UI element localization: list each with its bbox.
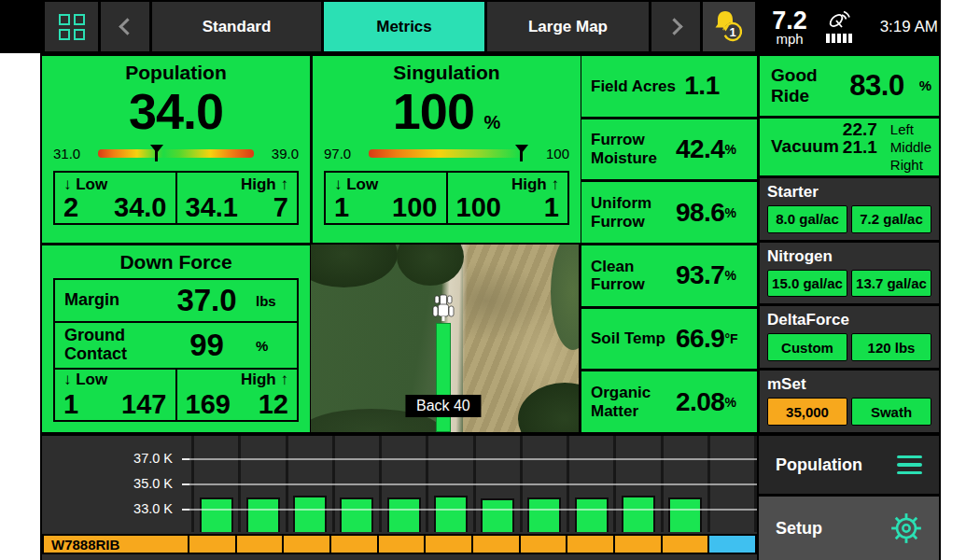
vacuum-right-label: Right xyxy=(890,156,931,174)
tab-large-map[interactable]: Large Map xyxy=(487,2,649,51)
starter-target-button[interactable]: 8.0 gal/ac xyxy=(767,205,847,233)
tab-metrics[interactable]: Metrics xyxy=(324,2,484,51)
down-force-panel[interactable]: Down Force Margin 37.0 lbs Ground Contac… xyxy=(42,245,310,432)
row-variety-cell[interactable] xyxy=(521,536,567,553)
singulation-value: 100 xyxy=(393,83,474,139)
metric-label: Organic Matter xyxy=(591,384,676,420)
vacuum-right-value xyxy=(841,156,877,174)
population-low-high-box: ↓ Low 2 34.0 High ↑ 34.1 7 xyxy=(53,171,299,225)
gps-signal-bars xyxy=(826,34,852,43)
good-ride-value: 83.0 xyxy=(849,69,903,103)
down-force-low-cell: ↓ Low 1 147 xyxy=(55,368,175,420)
population-bar xyxy=(340,497,373,532)
population-low-row: 2 xyxy=(63,195,78,220)
metric-value: 98.6 xyxy=(676,198,725,228)
vacuum-middle-label: Middle xyxy=(890,138,931,156)
population-title: Population xyxy=(53,62,299,84)
field-map[interactable]: Back 40 xyxy=(311,245,579,432)
gridline-33k xyxy=(182,509,757,511)
metric-soil-temp[interactable]: Soil Temp 66.9 °F xyxy=(581,309,757,370)
high-label: High xyxy=(241,371,276,388)
deltaforce-title: DeltaForce xyxy=(767,311,931,329)
singulation-scale-min: 97.0 xyxy=(324,146,361,161)
metric-value: 1.1 xyxy=(680,71,723,101)
population-gradient-bar xyxy=(98,149,254,158)
row-variety-cell[interactable] xyxy=(331,536,377,553)
singulation-low-value: 100 xyxy=(392,195,437,220)
metric-unit: °F xyxy=(724,331,748,346)
chart-metric-label: Population xyxy=(776,455,862,475)
nitrogen-panel: Nitrogen 15.0 gal/ac 13.7 gal/ac xyxy=(760,243,939,304)
metric-label: Uniform Furrow xyxy=(591,194,676,231)
population-bar xyxy=(622,496,655,532)
margin-label: Margin xyxy=(64,291,158,310)
metric-unit: % xyxy=(724,205,748,220)
starter-actual-button[interactable]: 7.2 gal/ac xyxy=(851,205,931,233)
metric-unit: % xyxy=(724,142,748,157)
gps-icon xyxy=(827,10,851,31)
row-variety-cell[interactable] xyxy=(426,536,471,553)
variety-strip: W7888RIB xyxy=(42,534,757,554)
tab-standard[interactable]: Standard xyxy=(152,2,321,51)
metric-furrow-moisture[interactable]: Furrow Moisture 42.4 % xyxy=(581,119,757,180)
metric-clean-furrow[interactable]: Clean Furrow 93.7 % xyxy=(581,245,757,306)
next-page-button[interactable] xyxy=(651,2,700,51)
high-label: High xyxy=(511,175,547,193)
row-variety-cell[interactable] xyxy=(189,536,235,553)
back-chevron-icon xyxy=(119,18,135,35)
metric-label: Clean Furrow xyxy=(591,258,676,294)
alerts-button[interactable]: 1 xyxy=(703,2,755,51)
deltaforce-mode-button[interactable]: Custom xyxy=(767,333,847,361)
low-label: Low xyxy=(346,175,378,193)
mset-rate-button[interactable]: 35,000 xyxy=(767,398,847,426)
vacuum-left-value: 22.7 xyxy=(841,120,877,138)
low-label: Low xyxy=(76,371,107,388)
apps-grid-button[interactable] xyxy=(45,2,98,51)
population-bar xyxy=(527,497,561,532)
gps-status xyxy=(819,0,859,53)
singulation-low-row: 1 xyxy=(334,195,349,220)
deltaforce-weight-button[interactable]: 120 lbs xyxy=(851,333,931,361)
row-variety-cell[interactable] xyxy=(567,536,613,553)
metric-field-acres[interactable]: Field Acres 1.1 xyxy=(581,56,757,117)
margin-value: 37.0 xyxy=(158,283,256,318)
row-variety-cell[interactable] xyxy=(663,536,708,553)
chart-metric-select-button[interactable]: Population xyxy=(759,436,939,494)
variety-strip-cells xyxy=(189,536,755,553)
row-variety-cell[interactable] xyxy=(284,536,329,553)
mset-swath-button[interactable]: Swath xyxy=(851,398,931,426)
high-arrow: ↑ xyxy=(552,175,560,193)
map-trees xyxy=(311,245,398,287)
metric-value: 2.08 xyxy=(676,387,725,417)
right-column: Good Ride 83.0 % Vacuum 22.7 21.1 Left M… xyxy=(760,56,939,432)
singulation-high-value: 100 xyxy=(456,195,501,220)
population-panel[interactable]: Population 34.0 31.0 39.0 ↓ Low 2 34.0 xyxy=(42,56,310,243)
metric-uniform-furrow[interactable]: Uniform Furrow 98.6 % xyxy=(581,182,757,243)
population-marker-icon xyxy=(150,145,163,153)
singulation-high-row: 1 xyxy=(544,195,559,220)
vacuum-panel[interactable]: Vacuum 22.7 21.1 Left Middle Right xyxy=(760,119,939,175)
setup-button[interactable]: Setup xyxy=(759,497,939,560)
row-variety-cell[interactable] xyxy=(473,536,519,553)
gridline-35k xyxy=(182,483,757,485)
variety-label: W7888RIB xyxy=(44,536,188,553)
dashboard-content: Population 34.0 31.0 39.0 ↓ Low 2 34.0 xyxy=(40,53,941,560)
row-variety-cell[interactable] xyxy=(709,536,755,553)
good-ride-panel[interactable]: Good Ride 83.0 % xyxy=(760,56,939,116)
nitrogen-target-button[interactable]: 15.0 gal/ac xyxy=(767,270,847,298)
singulation-panel[interactable]: Singulation 100 % 97.0 100 ↓ Low 1 100 xyxy=(313,56,581,243)
metric-organic-matter[interactable]: Organic Matter 2.08 % xyxy=(581,371,757,432)
row-variety-cell[interactable] xyxy=(615,536,661,553)
row-variety-cell[interactable] xyxy=(237,536,283,553)
prev-page-button[interactable] xyxy=(101,2,149,51)
ground-contact-unit: % xyxy=(256,338,287,354)
population-bar xyxy=(434,496,468,532)
clock: 3:19 AM xyxy=(863,0,938,53)
metric-label: Field Acres xyxy=(591,77,680,96)
vacuum-middle-value: 21.1 xyxy=(841,138,877,156)
nitrogen-actual-button[interactable]: 13.7 gal/ac xyxy=(851,270,931,298)
row-variety-cell[interactable] xyxy=(379,536,425,553)
down-force-low-value: 147 xyxy=(121,392,166,417)
apps-grid-icon xyxy=(59,14,85,40)
ytick-label: 33.0 K xyxy=(42,501,173,516)
